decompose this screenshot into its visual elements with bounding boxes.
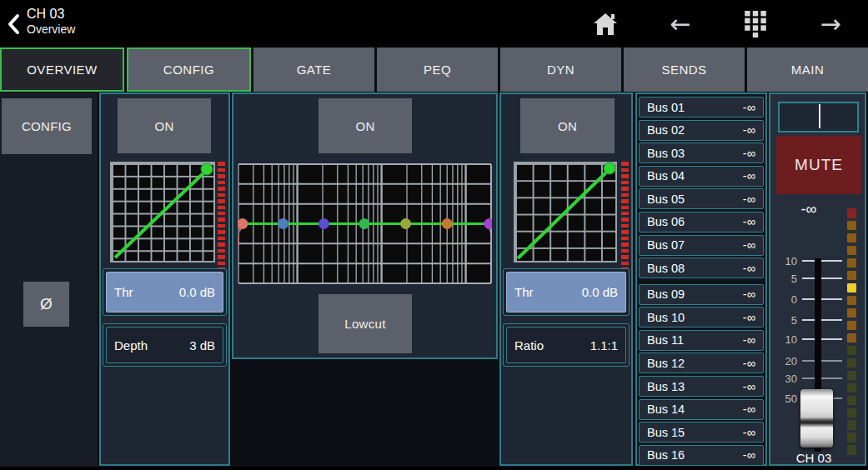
meter-segment-amber [847, 233, 856, 243]
bus-name: Bus 13 [647, 380, 685, 393]
arrow-left-icon[interactable]: ← [666, 8, 695, 41]
bus-send-row[interactable]: Bus 08-∞ [639, 258, 764, 278]
fader-scale-label: 20 [772, 355, 797, 368]
tab-config[interactable]: CONFIG [127, 48, 251, 92]
tab-peq[interactable]: PEQ [377, 48, 498, 92]
bus-send-level: -∞ [743, 402, 755, 416]
bus-send-level: -∞ [743, 262, 755, 275]
mute-button[interactable]: MUTE [776, 136, 861, 194]
tab-main[interactable]: MAIN [747, 48, 868, 92]
bus-name: Bus 01 [647, 101, 685, 114]
topbar-icons: ← → [591, 0, 845, 48]
bus-name: Bus 02 [647, 123, 685, 137]
peq-band-3-handle[interactable] [359, 218, 369, 229]
phase-button[interactable]: Ø [23, 282, 69, 327]
bus-name: Bus 11 [647, 333, 684, 347]
bus-name: Bus 15 [647, 426, 685, 439]
peq-graph-svg [238, 163, 492, 284]
bus-send-row[interactable]: Bus 12-∞ [639, 352, 764, 373]
peq-on-button[interactable]: ON [319, 98, 412, 153]
sends-panel: Bus 01-∞Bus 02-∞Bus 03-∞Bus 04-∞Bus 05-∞… [635, 92, 767, 466]
meter-segment-red [847, 208, 856, 218]
gate-depth-value: 3 dB [189, 338, 215, 352]
bus-name: Bus 10 [647, 311, 685, 324]
peq-band-4-handle[interactable] [400, 218, 411, 229]
bus-send-row[interactable]: Bus 14-∞ [639, 399, 764, 420]
bus-send-row[interactable]: Bus 01-∞ [639, 97, 764, 118]
bus-send-row[interactable]: Bus 10-∞ [639, 307, 764, 328]
page-name: Overview [27, 22, 75, 38]
bus-name: Bus 14 [647, 402, 685, 416]
meter-segment-green [847, 408, 856, 418]
lowcut-button[interactable]: Lowcut [319, 294, 412, 353]
back-chevron-icon[interactable] [7, 13, 20, 38]
tab-dyn[interactable]: DYN [500, 48, 621, 92]
fader-scale-label: 5 [772, 314, 797, 327]
home-icon[interactable] [591, 8, 620, 41]
config-button[interactable]: CONFIG [2, 98, 92, 154]
meter-segment-amber [847, 321, 856, 331]
bus-name: Bus 12 [647, 357, 685, 370]
gate-curve-graph[interactable] [110, 162, 215, 262]
gate-meter-strip [218, 162, 225, 270]
bus-send-row[interactable]: Bus 16-∞ [639, 445, 764, 466]
dyn-ratio-value: 1.1:1 [590, 338, 618, 352]
bus-send-row[interactable]: Bus 06-∞ [639, 212, 764, 232]
meter-segment-green [847, 432, 856, 442]
tab-overview[interactable]: OVERVIEW [0, 48, 124, 92]
dialpad-icon[interactable] [741, 8, 770, 41]
tab-sends[interactable]: SENDS [624, 48, 745, 92]
peq-band-6-handle[interactable] [484, 218, 492, 229]
meter-segment-amber [847, 246, 856, 256]
config-column: CONFIG Ø [0, 92, 98, 467]
meter-segment-amber [847, 271, 856, 281]
meter-segment-amber [847, 308, 856, 318]
fader-scale-label: 50 [772, 392, 797, 405]
peq-lowcut-band-handle[interactable] [238, 218, 248, 229]
arrow-right-icon[interactable]: → [816, 8, 845, 41]
bus-name: Bus 03 [647, 147, 685, 160]
pan-indicator[interactable] [778, 102, 859, 132]
dyn-threshold-value: 0.0 dB [582, 285, 618, 299]
gate-on-button[interactable]: ON [118, 98, 211, 153]
top-bar: CH 03 Overview ← [0, 0, 868, 48]
dyn-curve-graph[interactable] [514, 162, 617, 262]
channel-name: CH 03 [27, 6, 75, 22]
bus-send-row[interactable]: Bus 13-∞ [639, 376, 764, 397]
gate-threshold-field[interactable]: Thr 0.0 dB [103, 268, 227, 316]
gate-depth-field[interactable]: Depth 3 dB [103, 323, 227, 367]
fader-knob[interactable] [800, 389, 833, 448]
fader-scale-label: 10 [772, 333, 797, 346]
bus-send-row[interactable]: Bus 15-∞ [639, 422, 764, 442]
gate-threshold-value: 0.0 dB [179, 285, 215, 299]
dyn-threshold-field[interactable]: Thr 0.0 dB [503, 268, 630, 316]
tab-gate[interactable]: GATE [253, 48, 374, 92]
peq-band-1-handle[interactable] [278, 218, 288, 229]
bus-send-row[interactable]: Bus 04-∞ [639, 166, 764, 187]
peq-curve-graph[interactable] [238, 163, 492, 284]
fader-scale-label: 5 [772, 272, 797, 285]
bus-send-row[interactable]: Bus 05-∞ [639, 188, 764, 209]
bus-name: Bus 04 [647, 169, 685, 182]
main-level-meter [847, 208, 856, 455]
meter-segment-green [847, 396, 856, 406]
tab-bar: OVERVIEWCONFIGGATEPEQDYNSENDSMAIN [0, 48, 868, 92]
bottom-edge [0, 467, 868, 470]
bus-send-row[interactable]: Bus 11-∞ [639, 330, 764, 351]
dyn-ratio-label: Ratio [514, 338, 544, 352]
fader-scale-tick [802, 319, 842, 321]
dyn-ratio-field[interactable]: Ratio 1.1:1 [503, 323, 630, 367]
bus-send-level: -∞ [743, 123, 755, 137]
fader-scale-label: 30 [772, 372, 797, 385]
dyn-on-button[interactable]: ON [520, 98, 615, 153]
bus-name: Bus 05 [647, 192, 685, 206]
meter-segment-green [847, 383, 856, 393]
bus-send-row[interactable]: Bus 07-∞ [639, 235, 764, 256]
bus-name: Bus 16 [647, 448, 685, 462]
bus-send-row[interactable]: Bus 03-∞ [639, 142, 764, 163]
bus-send-row[interactable]: Bus 02-∞ [639, 120, 764, 141]
peq-band-5-handle[interactable] [442, 218, 453, 229]
bus-send-level: -∞ [743, 169, 755, 182]
peq-band-2-handle[interactable] [319, 218, 329, 229]
bus-send-row[interactable]: Bus 09-∞ [639, 284, 764, 305]
